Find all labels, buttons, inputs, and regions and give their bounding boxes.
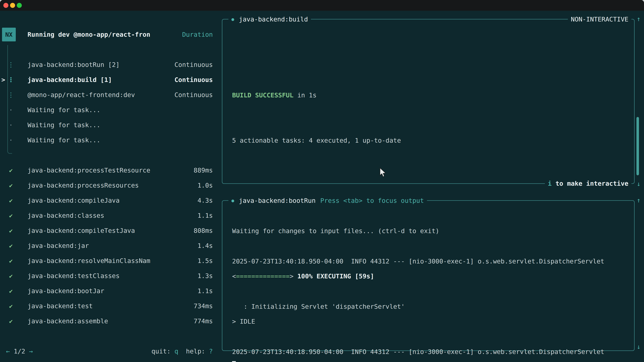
help-key: ? [209,348,213,355]
interactive-hint-key: i [548,180,552,187]
task-label: @mono-app/react-frontend:dev [28,91,135,98]
task-label: java-backend:processTestResource [28,167,150,174]
nx-tui: NX Running dev @mono-app/react-fron Dura… [0,11,644,362]
quit-key: q [174,348,178,355]
build-output-panel: ● java-backend:build NON-INTERACTIVE BUI… [222,19,634,184]
window-titlebar [0,0,644,11]
check-icon: ✔ [6,167,16,174]
task-label: java-backend:test [28,302,93,310]
task-duration: 734ms [194,302,213,310]
running-spinner-icon: ⋮ [6,91,16,98]
build-status-line: BUILD SUCCESSFUL in 1s [232,88,627,103]
task-duration: 774ms [194,318,213,325]
task-row-done[interactable]: ✔ java-backend:assemble 774ms [0,314,220,329]
pagination-control[interactable]: ← 1/2 → [6,348,33,355]
task-row-react-dev[interactable]: ⋮ @mono-app/react-frontend:dev Continuou… [0,87,220,102]
bootrun-output[interactable]: 2025-07-23T13:40:18.950-04:00 INFO 44312… [232,201,627,362]
task-status: Continuous [174,76,213,83]
task-label: java-backend:bootRun [2] [28,61,120,68]
task-row-done[interactable]: ✔ java-backend:compileTestJava 808ms [0,223,220,238]
log-line: 2025-07-23T13:40:18.950-04:00 INFO 44312… [232,344,627,359]
task-label: java-backend:compileTestJava [28,227,135,234]
task-row-done[interactable]: ✔ java-backend:test 734ms [0,299,220,314]
sidebar-header: Running dev @mono-app/react-fron Duratio… [0,27,220,42]
mouse-cursor [379,168,388,178]
task-row-waiting[interactable]: · Waiting for task... [0,133,220,148]
check-icon: ✔ [6,182,16,189]
task-row-done[interactable]: ✔ java-backend:classes 1.1s [0,208,220,223]
task-row-bootrun[interactable]: ⋮ java-backend:bootRun [2] Continuous [0,57,220,72]
task-duration: 1.3s [198,272,213,280]
task-duration: 4.3s [198,197,213,204]
check-icon: ✔ [6,242,16,249]
tasks-summary-line: 5 actionable tasks: 4 executed, 1 up-to-… [232,133,627,148]
page-indicator: 1/2 [14,348,25,355]
duration-column-header: Duration [182,31,213,38]
task-row-done[interactable]: ✔ java-backend:compileJava 4.3s [0,193,220,208]
scroll-up-icon[interactable]: ↑ [634,196,643,205]
task-status: Continuous [174,91,213,98]
check-icon: ✔ [6,227,16,234]
minimize-window-button[interactable] [10,3,15,8]
task-label: java-backend:bootJar [28,287,104,295]
scroll-down-icon[interactable]: ↓ [634,342,643,351]
scroll-up-icon[interactable]: ↑ [634,14,643,23]
check-icon: ✔ [6,212,16,219]
task-duration: 1.1s [198,212,213,219]
task-label: java-backend:testClasses [28,272,120,280]
task-row-done[interactable]: ✔ java-backend:testClasses 1.3s [0,268,220,283]
task-label: java-backend:resolveMainClassNam [28,257,150,265]
task-label: java-backend:assemble [28,318,108,325]
task-row-done[interactable]: ✔ java-backend:processTestResource 889ms [0,163,220,178]
task-duration: 808ms [194,227,213,234]
close-window-button[interactable] [3,3,8,8]
running-spinner-icon: ⋮ [6,61,16,68]
task-row-waiting[interactable]: · Waiting for task... [0,117,220,133]
running-spinner-icon: ⋮ [6,76,16,83]
check-icon: ✔ [6,197,16,204]
task-label: java-backend:build [1] [28,76,112,83]
task-status: Continuous [174,61,213,68]
task-label: java-backend:classes [28,212,104,219]
task-row-waiting[interactable]: · Waiting for task... [0,102,220,117]
task-label: java-backend:jar [28,242,89,249]
check-icon: ✔ [6,303,16,310]
bootrun-output-panel: ● java-backend:bootRun Press <tab> to fo… [222,200,634,351]
check-icon: ✔ [6,288,16,295]
waiting-dot-icon: · [6,136,16,144]
check-icon: ✔ [6,318,16,325]
task-duration: 1.1s [198,287,213,295]
build-success-text: BUILD SUCCESSFUL [232,91,294,99]
build-duration-text: in 1s [294,91,316,99]
waiting-dot-icon: · [6,121,16,129]
log-line: 2025-07-23T13:40:18.950-04:00 INFO 44312… [232,254,627,269]
task-duration: 889ms [194,167,213,174]
task-duration: 1.0s [198,182,213,189]
maximize-window-button[interactable] [17,3,22,8]
task-row-build-selected[interactable]: > ⋮ java-backend:build [1] Continuous [0,72,220,87]
task-row-done[interactable]: ✔ java-backend:resolveMainClassNam 1.5s [0,253,220,268]
terminal-window: NX Running dev @mono-app/react-fron Dura… [0,0,644,362]
task-row-done[interactable]: ✔ java-backend:processResources 1.0s [0,178,220,193]
task-sidebar: NX Running dev @mono-app/react-fron Dura… [0,11,220,362]
task-duration: 1.4s [198,242,213,249]
scroll-down-icon[interactable]: ↓ [634,179,643,188]
page-prev-icon[interactable]: ← [6,348,10,355]
log-line: : Initializing Servlet 'dispatcherServle… [232,299,627,314]
task-label: java-backend:processResources [28,182,139,189]
selection-caret-icon: > [1,76,5,83]
task-label: Waiting for task... [28,106,100,114]
sidebar-title: Running dev @mono-app/react-fron [28,31,150,38]
task-label: java-backend:compileJava [28,197,120,204]
task-row-done[interactable]: ✔ java-backend:bootJar 1.1s [0,283,220,299]
task-duration: 1.5s [198,257,213,265]
page-next-icon[interactable]: → [29,348,33,355]
quit-label: quit: [152,348,174,355]
interactive-hint-text: to make interactive [552,180,628,187]
interactive-hint[interactable]: i to make interactive [545,179,632,188]
check-icon: ✔ [6,273,16,279]
task-row-done[interactable]: ✔ java-backend:jar 1.4s [0,238,220,253]
task-label: Waiting for task... [28,121,100,129]
check-icon: ✔ [6,257,16,264]
scrollbar-thumb[interactable] [636,117,639,175]
